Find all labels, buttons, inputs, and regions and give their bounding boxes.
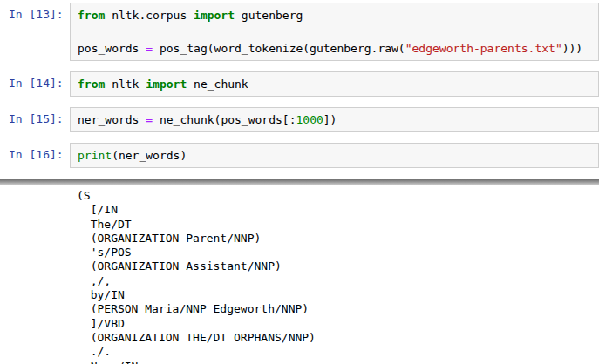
code-token: ner_words [78,113,146,126]
code-token: 1000 [296,113,323,126]
code-token: (ner_words) [112,149,187,162]
code-line: from nltk.corpus import gutenberg [78,7,591,24]
code-input[interactable]: from nltk import ne_chunk [70,71,599,97]
code-token: pos_tag(word_tokenize(gutenberg.raw( [153,42,405,55]
code-token: = [146,42,153,55]
code-cell[interactable]: In [14]:from nltk import ne_chunk [0,71,599,97]
code-token: nltk [105,78,146,91]
code-line: ner_words = ne_chunk(pos_words[:1000]) [78,111,591,128]
code-token: from [78,9,105,22]
notebook-page: In [13]:from nltk.corpus import gutenber… [0,0,599,364]
code-token: ]) [323,113,337,126]
code-token: from [78,78,105,91]
code-token: ne_chunk(pos_words[: [153,113,296,126]
code-token: gutenberg [235,9,303,22]
code-cell[interactable]: In [16]:print(ner_words) [0,143,599,168]
code-line: print(ner_words) [78,147,591,164]
code-line: pos_words = pos_tag(word_tokenize(gutenb… [78,40,591,57]
code-line [78,24,591,40]
cell-list: In [13]:from nltk.corpus import gutenber… [0,3,599,168]
input-prompt: In [15]: [0,107,70,126]
code-token: nltk.corpus [105,9,194,22]
code-input[interactable]: ner_words = ne_chunk(pos_words[:1000]) [70,107,599,132]
input-prompt: In [14]: [0,71,70,91]
horizontal-divider [0,179,599,185]
code-token: ))) [562,42,582,55]
code-token: ne_chunk [187,78,248,91]
input-prompt: In [13]: [0,3,70,22]
code-token: print [78,149,112,162]
code-token: import [194,9,235,22]
code-line: from nltk import ne_chunk [78,76,591,92]
input-prompt: In [16]: [0,143,70,162]
code-input[interactable]: print(ner_words) [70,143,599,168]
code-token: import [146,78,187,91]
code-token: pos_words [78,42,146,55]
code-input[interactable]: from nltk.corpus import gutenberg pos_wo… [70,3,599,61]
code-cell[interactable]: In [15]:ner_words = ne_chunk(pos_words[:… [0,107,599,132]
code-cell[interactable]: In [13]:from nltk.corpus import gutenber… [0,3,599,61]
output-area: (S [/IN The/DT (ORGANIZATION Parent/NNP)… [0,189,599,364]
code-token: = [146,113,153,126]
code-token: "edgeworth-parents.txt" [405,42,562,55]
